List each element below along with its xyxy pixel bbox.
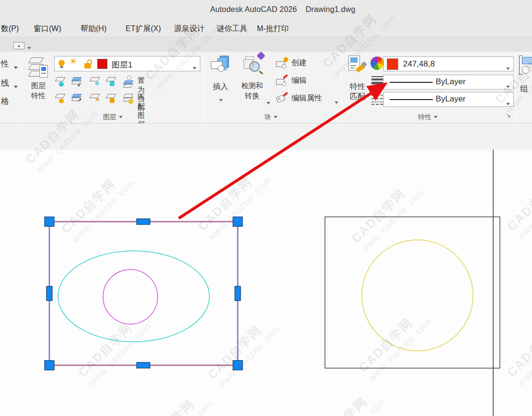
groups-panel-cut: 组: [516, 52, 532, 124]
grip-corner-bottomright[interactable]: [233, 360, 243, 370]
linetype-value: ByLayer: [436, 94, 465, 104]
menu-item-mini-tools[interactable]: 谜你工具: [217, 24, 247, 34]
object-color-combo[interactable]: 247,48,8: [383, 56, 514, 71]
object-color-value: 247,48,8: [403, 59, 435, 69]
below-ribbon-strip: [0, 124, 532, 150]
lineweight-sample-line: [390, 82, 433, 83]
app-title: Autodesk AutoCAD 2026: [210, 5, 297, 13]
color-wheel-icon[interactable]: [370, 56, 384, 70]
grip-mid-bottom[interactable]: [137, 362, 150, 368]
group-icon[interactable]: [519, 56, 532, 77]
sun-icon[interactable]: ☀: [69, 59, 78, 64]
cut-button-xing[interactable]: 性: [1, 58, 9, 69]
edit-attributes-icon: [276, 94, 289, 104]
panel-separator: [515, 54, 516, 122]
match-properties-icon: [348, 56, 368, 79]
chevron-down-icon[interactable]: [14, 81, 18, 90]
chevron-down-icon[interactable]: [506, 81, 510, 90]
layer-combo[interactable]: ☀ 图层1: [54, 56, 200, 71]
chevron-down-icon[interactable]: [506, 63, 510, 72]
menu-item-batch-print[interactable]: M-批打印: [257, 24, 289, 34]
properties-dialog-launcher-icon[interactable]: ↘: [506, 112, 511, 119]
layer-thaw-button[interactable]: ☀: [89, 92, 102, 105]
chevron-down-icon: [266, 98, 270, 106]
match-properties-label-1: 特性: [346, 81, 370, 91]
lineweight-icon[interactable]: [371, 76, 384, 88]
block-edit-row[interactable]: 编辑: [276, 75, 341, 90]
layer-properties-button[interactable]: 图层 特性: [25, 54, 52, 107]
grip-mid-left[interactable]: [46, 286, 52, 301]
grip-corner-topleft[interactable]: [45, 217, 54, 226]
layer-properties-label-1: 图层: [25, 80, 52, 90]
match-properties-button[interactable]: 特性 匹配: [346, 54, 370, 107]
block-edit-attrs-row[interactable]: 编辑属性: [276, 93, 341, 107]
edit-attributes-label: 编辑属性: [291, 93, 322, 103]
layer-tools-row1: ↙ ❄ 置为当前: [54, 75, 140, 90]
block-create-row[interactable]: 创建: [276, 57, 341, 72]
chevron-down-icon[interactable]: [14, 62, 18, 71]
menu-item-yuanquan[interactable]: 源泉设计: [174, 24, 205, 34]
cut-button-ge[interactable]: 格: [1, 96, 9, 107]
insert-label: 插入: [208, 81, 233, 91]
detect-convert-label-2: 转换: [237, 90, 267, 101]
layer-freeze-button[interactable]: ❄: [89, 76, 102, 88]
document-title: Drawing1.dwg: [306, 5, 356, 13]
layer-properties-label-2: 特性: [25, 90, 52, 101]
layer-unlock-button[interactable]: [105, 92, 118, 105]
layer-stack-icon: [29, 56, 48, 78]
unlock-icon[interactable]: [84, 59, 93, 69]
menu-item-parameters[interactable]: 数(P): [1, 24, 19, 34]
linetype-icon[interactable]: [371, 94, 384, 105]
make-current-icon[interactable]: [122, 76, 136, 88]
match-properties-label-2: 匹配: [346, 91, 370, 101]
menu-item-help[interactable]: 帮助(H): [81, 24, 106, 34]
chevron-down-icon: [219, 95, 223, 103]
right-rectangle[interactable]: [325, 217, 500, 368]
cut-button-xian[interactable]: 线: [1, 78, 9, 89]
detect-convert-label-1: 检测和: [237, 80, 267, 90]
layer-unisolate-button[interactable]: ↗: [70, 92, 84, 105]
layers-panel-title[interactable]: 图层: [103, 112, 123, 122]
ribbon-collapse-options-icon[interactable]: [27, 43, 31, 51]
insert-button[interactable]: 插入: [208, 54, 233, 107]
object-color-swatch: [387, 58, 398, 70]
drawing-svg: [0, 150, 532, 416]
ribbon-tab-strip: ▲: [0, 37, 532, 52]
window-title: Autodesk AutoCAD 2026Drawing1.dwg: [0, 5, 532, 14]
match-layer-icon[interactable]: [122, 92, 136, 105]
block-panel-title[interactable]: 块: [265, 112, 278, 122]
grip-corner-bottomleft[interactable]: [45, 360, 54, 370]
grip-mid-right[interactable]: [235, 286, 241, 301]
properties-panel-title[interactable]: 特性: [418, 112, 438, 122]
layer-off-button[interactable]: [54, 76, 68, 88]
linetype-combo[interactable]: ByLayer: [383, 92, 514, 107]
layer-lock-button[interactable]: [105, 76, 118, 88]
menu-item-window[interactable]: 窗口(W): [34, 24, 61, 34]
grip-corner-topright[interactable]: [233, 217, 243, 226]
magenta-circle[interactable]: [103, 270, 158, 324]
create-block-label: 创建: [291, 58, 307, 68]
detect-convert-icon: [243, 55, 266, 79]
linetype-sample-line: [390, 99, 433, 100]
chevron-down-icon: [335, 97, 338, 106]
layer-on-button[interactable]: [54, 92, 68, 105]
bulb-on-icon[interactable]: [58, 60, 65, 68]
create-block-icon: [276, 58, 289, 69]
group-label: 组: [520, 83, 528, 94]
edit-block-label: 编辑: [291, 76, 307, 86]
lineweight-combo[interactable]: ByLayer: [383, 75, 514, 90]
layer-isolate-button[interactable]: ↙: [70, 76, 84, 88]
ribbon: 性 线 格 图层 特性: [0, 52, 532, 124]
ribbon-collapse-button[interactable]: ▲: [13, 42, 24, 49]
cyan-ellipse[interactable]: [58, 251, 209, 342]
drawing-canvas[interactable]: [0, 150, 532, 416]
panel-annotation-cut: 性 线 格: [0, 57, 21, 120]
layer-combo-value: 图层1: [112, 59, 132, 70]
menu-item-et-extend[interactable]: ET扩展(X): [126, 24, 161, 34]
yellow-circle[interactable]: [362, 240, 473, 351]
grip-mid-top[interactable]: [137, 219, 150, 225]
chevron-down-icon[interactable]: [506, 99, 510, 107]
detect-convert-button[interactable]: 检测和 转换: [237, 54, 271, 107]
chevron-down-icon[interactable]: [193, 63, 197, 71]
layer-color-swatch[interactable]: [97, 59, 107, 69]
